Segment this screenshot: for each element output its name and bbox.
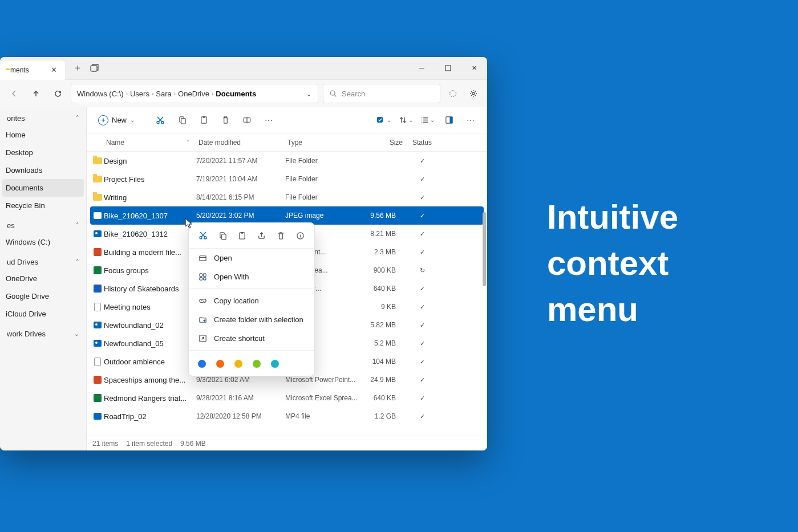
- col-name[interactable]: Name ˄: [104, 139, 196, 147]
- paste-button[interactable]: [194, 111, 213, 130]
- color-tag[interactable]: [198, 360, 206, 368]
- chevron-down-icon[interactable]: ⌄: [306, 90, 312, 98]
- breadcrumb-seg[interactable]: OneDrive: [178, 90, 209, 98]
- refresh-button[interactable]: [49, 85, 66, 102]
- cut-button[interactable]: [151, 111, 170, 130]
- file-type: File Folder: [285, 157, 359, 165]
- file-status: ✓: [405, 230, 439, 238]
- chevron-down-icon: ⌄: [130, 117, 135, 123]
- sidebar-group-header[interactable]: work Drives⌄: [0, 326, 86, 342]
- tab-overview-icon[interactable]: [90, 64, 99, 72]
- col-type[interactable]: Type: [285, 139, 359, 147]
- status-count: 21 items: [92, 440, 118, 448]
- share-icon[interactable]: [253, 229, 269, 242]
- svg-rect-33: [241, 232, 243, 233]
- scrollbar[interactable]: [483, 212, 486, 286]
- color-tag[interactable]: [216, 360, 224, 368]
- file-size: 9.56 MB: [359, 212, 405, 220]
- sidebar-group-header[interactable]: es˄: [0, 218, 86, 233]
- breadcrumb-seg-current[interactable]: Documents: [216, 90, 256, 98]
- view-button[interactable]: ⌄: [418, 111, 437, 130]
- sidebar-item[interactable]: Documents: [2, 179, 84, 197]
- file-row[interactable]: Writing8/14/2021 6:15 PMFile Folder✓: [87, 188, 487, 206]
- sync-icon[interactable]: [445, 86, 461, 101]
- info-icon[interactable]: [292, 229, 308, 242]
- file-row[interactable]: RoadTrip_0212/28/2020 12:58 PMMP4 file1.…: [87, 407, 487, 425]
- separator: [189, 289, 314, 289]
- more-button[interactable]: ⋯: [259, 111, 278, 130]
- file-size: 5.2 MB: [359, 339, 405, 347]
- address-bar: Windows (C:\)› Users› Sara› OneDrive› Do…: [0, 80, 487, 107]
- sidebar-item[interactable]: OneDrive: [0, 270, 86, 287]
- color-tag[interactable]: [253, 360, 261, 368]
- sidebar-item[interactable]: Downloads: [0, 161, 86, 179]
- col-date[interactable]: Date modified: [196, 139, 285, 147]
- open-icon: [198, 254, 207, 262]
- breadcrumb-seg[interactable]: Users: [130, 90, 149, 98]
- rename-button[interactable]: [237, 111, 257, 130]
- status-bar: 21 items 1 item selected 9.56 MB: [87, 436, 487, 450]
- sidebar-item[interactable]: Home: [0, 126, 86, 144]
- delete-icon[interactable]: [273, 229, 289, 242]
- context-item[interactable]: Create shortcut: [189, 329, 314, 348]
- sidebar-group-header[interactable]: ud Drives˄: [0, 254, 86, 270]
- delete-button[interactable]: [216, 111, 235, 130]
- sidebar-item[interactable]: Google Drive: [0, 287, 86, 305]
- sort-button[interactable]: ⌄: [396, 111, 415, 130]
- sidebar-item[interactable]: iCloud Drive: [0, 305, 86, 323]
- svg-point-41: [203, 277, 206, 280]
- context-item[interactable]: Create folder with selection: [189, 310, 314, 329]
- svg-point-5: [450, 91, 456, 97]
- file-row[interactable]: Redmond Rangers triat...9/28/2021 8:16 A…: [87, 389, 487, 407]
- file-type-icon: [91, 285, 104, 293]
- maximize-button[interactable]: [435, 57, 461, 80]
- cut-icon[interactable]: [195, 229, 211, 242]
- breadcrumb-seg[interactable]: Sara: [156, 90, 171, 98]
- select-mode-button[interactable]: ⌄: [374, 111, 394, 130]
- close-window-button[interactable]: ✕: [461, 57, 487, 80]
- context-item[interactable]: Open: [189, 249, 314, 267]
- new-button[interactable]: + New ⌄: [94, 113, 139, 128]
- breadcrumb[interactable]: Windows (C:\)› Users› Sara› OneDrive› Do…: [71, 84, 318, 103]
- sidebar-group-header[interactable]: orites˄: [0, 111, 86, 126]
- plus-icon: +: [98, 115, 108, 125]
- file-date: 9/3/2021 6:02 AM: [196, 376, 285, 384]
- file-date: 7/20/2021 11:57 AM: [196, 157, 285, 165]
- file-type-icon: [91, 212, 104, 219]
- col-status[interactable]: Status: [405, 139, 439, 147]
- toolbar: + New ⌄ ⋯ ⌄ ⌄ ⌄ ⋯: [87, 107, 487, 133]
- file-status: ✓: [405, 303, 439, 311]
- col-size[interactable]: Size: [359, 139, 405, 147]
- file-name: Redmond Rangers triat...: [104, 394, 196, 403]
- file-type-icon: [91, 176, 104, 182]
- file-name: Meeting notes: [104, 303, 196, 311]
- file-row[interactable]: Design7/20/2021 11:57 AMFile Folder✓: [87, 152, 487, 170]
- back-button[interactable]: [6, 85, 23, 102]
- titlebar: ments ✕ ＋ ✕: [0, 57, 487, 80]
- preview-pane-button[interactable]: [439, 111, 459, 130]
- file-size: 104 MB: [359, 358, 405, 366]
- settings-icon[interactable]: [465, 86, 481, 101]
- new-tab-button[interactable]: ＋: [73, 62, 82, 74]
- context-item[interactable]: Copy location: [189, 291, 314, 310]
- color-tag[interactable]: [271, 360, 279, 368]
- breadcrumb-seg[interactable]: Windows (C:\): [77, 90, 124, 98]
- up-button[interactable]: [27, 85, 44, 102]
- file-row[interactable]: Project Files7/19/2021 10:04 AMFile Fold…: [87, 170, 487, 188]
- copy-icon[interactable]: [214, 229, 230, 242]
- sidebar-item[interactable]: Desktop: [0, 144, 86, 161]
- file-name: RoadTrip_02: [104, 412, 196, 421]
- minimize-button[interactable]: [408, 57, 435, 80]
- copy-button[interactable]: [172, 111, 192, 130]
- color-tag[interactable]: [234, 360, 242, 368]
- sidebar-item[interactable]: Recycle Bin: [0, 197, 86, 214]
- file-name: Newfoundland_02: [104, 321, 196, 330]
- tab-documents[interactable]: ments ✕: [0, 60, 65, 80]
- sidebar-item[interactable]: Windows (C:): [0, 233, 86, 251]
- search-input[interactable]: Search: [323, 84, 440, 103]
- file-size: 640 KB: [359, 285, 405, 293]
- paste-icon[interactable]: [234, 229, 250, 242]
- context-item[interactable]: Open With: [189, 267, 314, 286]
- close-tab-icon[interactable]: ✕: [51, 66, 57, 74]
- overflow-button[interactable]: ⋯: [461, 111, 480, 130]
